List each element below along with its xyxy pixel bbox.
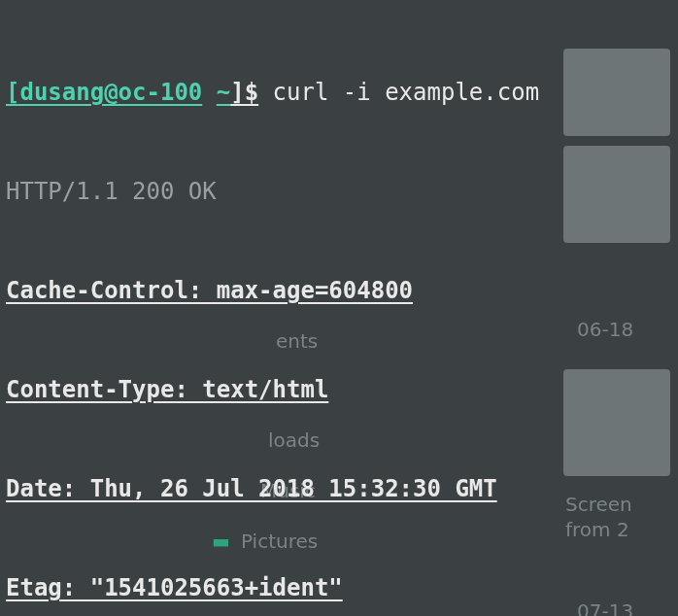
prompt-sep: ]$ xyxy=(230,79,258,106)
command-text: curl -i example.com xyxy=(273,79,540,106)
prompt-cwd: ~ xyxy=(217,79,230,106)
terminal-output[interactable]: [dusang@oc-100 ~]$ curl -i example.com H… xyxy=(6,10,678,616)
prompt-line: [dusang@oc-100 ~]$ curl -i example.com xyxy=(6,76,678,109)
http-header: Date: Thu, 26 Jul 2018 15:32:30 GMT xyxy=(6,472,678,505)
http-header: Etag: "1541025663+ident" xyxy=(6,571,678,604)
http-status: HTTP/1.1 200 OK xyxy=(6,175,678,208)
http-header: Cache-Control: max-age=604800 xyxy=(6,274,678,307)
prompt-user-host: [dusang@oc-100 xyxy=(6,79,202,106)
http-header: Content-Type: text/html xyxy=(6,373,678,406)
